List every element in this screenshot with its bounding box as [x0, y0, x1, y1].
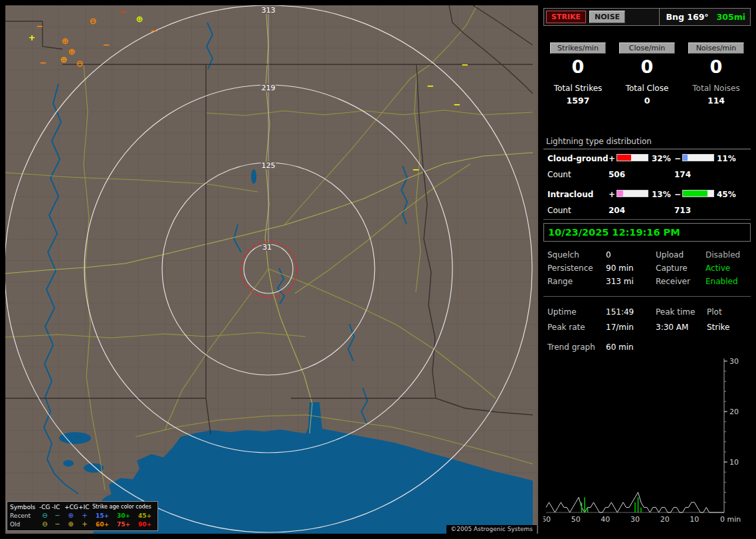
legend-col-header: +IC: [78, 503, 91, 511]
noises-counter: Noises/min 0 Total Noises 114: [682, 42, 751, 106]
strike-symbol: ⊕: [68, 46, 76, 56]
legend-age-header: Strike age color codes: [92, 503, 155, 511]
range-label: Range: [547, 277, 573, 286]
legend-age-code: 75+: [114, 520, 134, 528]
cloud-ground-label: Cloud-ground: [547, 154, 609, 163]
status-panel: STRIKE NOISE Bng 169° 305mi Strikes/min …: [543, 5, 751, 534]
strike-symbol: −: [120, 7, 127, 17]
trend-label-row: Trend graph 60 min: [543, 343, 751, 353]
squelch-value: 0: [606, 250, 611, 260]
legend-symbol-glyph: −: [52, 512, 63, 520]
strike-symbol: −: [413, 165, 420, 175]
panel-header: STRIKE NOISE Bng 169° 305mi: [543, 8, 751, 26]
uptime-value: 151:49: [606, 307, 634, 317]
plus-sign: +: [609, 154, 615, 163]
strike-symbol: −: [40, 58, 47, 68]
copyright-notice: ©2005 Astrogenic Systems: [446, 525, 537, 534]
legend-age-code: 90+: [135, 520, 155, 528]
legend-age-code: 60+: [92, 520, 112, 528]
persistence-value: 90 min: [606, 264, 634, 273]
plot-value: Strike: [707, 323, 730, 332]
peak-time-label: Peak time: [656, 307, 695, 317]
trend-window-value: 60 min: [606, 343, 634, 352]
plot-label: Plot: [707, 307, 722, 317]
ic-positive-pct: 13%: [652, 190, 671, 199]
receiver-value: Enabled: [706, 277, 738, 286]
x-axis-label: 10: [690, 515, 699, 524]
legend-symbols-header: Symbols: [10, 503, 38, 511]
x-axis-end-label: 0 min: [720, 515, 741, 524]
strikes-per-min-button[interactable]: Strikes/min: [550, 42, 606, 54]
legend-symbol-glyph: ⊕: [64, 512, 77, 520]
datetime-value: 10/23/2025 12:19:16 PM: [548, 227, 680, 238]
ring-distance-label: 125: [262, 161, 276, 170]
stats-row: Uptime 151:49 Peak time Plot: [543, 307, 751, 318]
noises-per-min-value: 0: [682, 57, 751, 77]
trend-graph-label: Trend graph: [547, 343, 595, 352]
legend-col-header: +CG: [64, 503, 77, 511]
total-noises-value: 114: [682, 96, 751, 106]
intracloud-row: Intracloud + 13% − 45%: [543, 190, 751, 200]
status-row: Persistence 90 min Capture Active: [543, 264, 751, 274]
strike-symbol: −: [37, 21, 44, 31]
capture-value: Active: [706, 264, 730, 273]
noises-per-min-button[interactable]: Noises/min: [688, 42, 744, 54]
close-per-min-button[interactable]: Close/min: [619, 42, 675, 54]
total-strikes-value: 1597: [543, 96, 613, 106]
legend-symbol-glyph: ⊖: [39, 520, 50, 528]
status-row: Squelch 0 Upload Disabled: [543, 250, 751, 261]
strike-symbol: ⊕: [136, 14, 143, 24]
legend-symbol-glyph: ⊕: [64, 520, 77, 528]
legend-age-code: 30+: [114, 512, 134, 520]
legend-symbol-glyph: ⊖: [39, 512, 50, 520]
x-axis-label: 40: [601, 515, 610, 524]
symbols-legend: Symbols-CG-IC+CG+ICStrike age color code…: [7, 501, 158, 531]
radar-map[interactable]: 31321912531 +−⊕⊕⊕⊖⊖−⊕−−−−−−− Symbols-CG-…: [5, 5, 538, 534]
total-close-value: 0: [613, 96, 682, 106]
x-axis-label: 50: [571, 515, 581, 524]
y-axis-label: 30: [729, 357, 739, 366]
ic-positive-bar: [616, 190, 648, 197]
range-value: 313 mi: [606, 277, 634, 286]
peak-rate-label: Peak rate: [547, 323, 585, 332]
divider: [543, 219, 751, 220]
total-close-label: Total Close: [613, 84, 682, 93]
intracloud-label: Intracloud: [547, 190, 593, 199]
legend-symbol-glyph: +: [78, 512, 91, 520]
cg-positive-pct: 32%: [652, 154, 671, 163]
strike-symbol: ⊖: [76, 58, 84, 68]
minus-sign: −: [674, 190, 681, 199]
legend-row-label: Recent: [10, 512, 38, 520]
ring-distance-label: 31: [262, 243, 272, 252]
distribution-title: Lightning type distribution: [543, 137, 751, 149]
distance-value: 305mi: [717, 12, 745, 22]
minus-sign: −: [674, 154, 681, 163]
legend-col-header: -CG: [39, 503, 50, 511]
cg-negative-bar: [682, 154, 714, 161]
cg-negative-count: 174: [674, 170, 691, 179]
intracloud-count-row: Count 204 713: [543, 206, 751, 216]
peak-time-value: 3:30 AM: [656, 323, 688, 332]
squelch-label: Squelch: [547, 250, 579, 260]
legend-symbol-glyph: +: [78, 520, 91, 528]
upload-label: Upload: [656, 250, 684, 260]
ic-negative-pct: 45%: [717, 190, 736, 199]
peak-rate-value: 17/min: [606, 323, 634, 332]
map-canvas: 31321912531 +−⊕⊕⊕⊖⊖−⊕−−−−−−−: [5, 5, 538, 534]
trend-graph-canvas: 1020306050403020100 min: [543, 356, 751, 530]
datetime-box: 10/23/2025 12:19:16 PM: [543, 223, 751, 242]
legend-col-header: -IC: [52, 503, 63, 511]
strike-toggle-button[interactable]: STRIKE: [546, 11, 586, 23]
status-row: Range 313 mi Receiver Enabled: [543, 277, 751, 287]
app-window: { "map": { "copyright": "©2005 Astrogeni…: [0, 0, 756, 539]
strike-symbol: −: [462, 60, 469, 70]
ic-negative-count: 713: [674, 206, 691, 215]
strike-symbol: ⊕: [62, 36, 69, 46]
y-axis-label: 10: [729, 458, 739, 467]
noise-toggle-button[interactable]: NOISE: [589, 11, 625, 23]
strike-symbol: −: [454, 100, 461, 110]
uptime-label: Uptime: [547, 307, 577, 317]
ic-negative-bar: [682, 190, 714, 197]
ring-distance-label: 313: [262, 6, 276, 15]
strike-symbol: −: [103, 40, 110, 50]
